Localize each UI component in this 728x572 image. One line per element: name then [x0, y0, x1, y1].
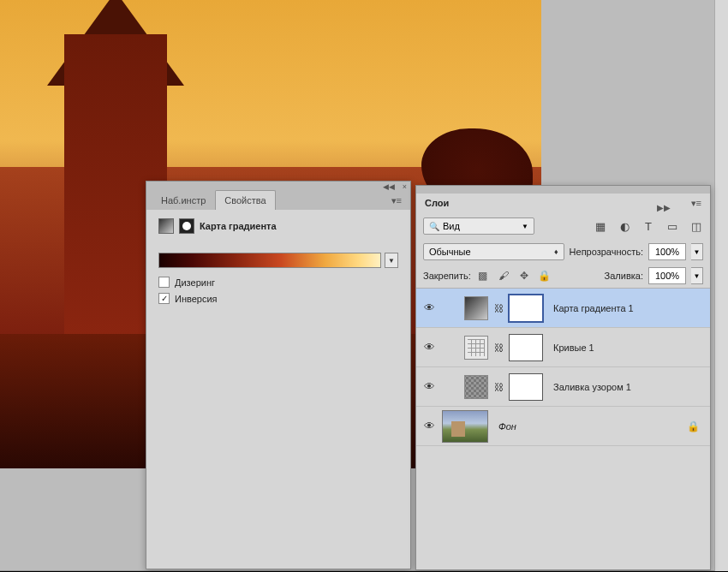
visibility-toggle-icon[interactable]: 👁	[421, 380, 437, 393]
layer-row-background[interactable]: 👁 Фон 🔒	[416, 407, 710, 446]
property-title-row: Карта градиента	[158, 218, 398, 234]
layers-panel: Слои ▶▶ ▾≡ 🔍 Вид ▼ ▦ ◐ T ▭ ◫ Обычные ♦ Н…	[415, 185, 711, 570]
properties-panel: ◀◀ × Наб.инстр Свойства ▾≡ Карта градиен…	[146, 181, 411, 569]
filter-adjustment-icon[interactable]: ◐	[618, 219, 631, 233]
adjustment-thumb-pattern[interactable]	[464, 375, 488, 399]
lock-all-icon[interactable]: 🔒	[538, 269, 552, 283]
invert-checkbox[interactable]: ✓	[158, 293, 170, 304]
properties-tabs: Наб.инстр Свойства ▾≡	[146, 189, 410, 210]
lock-pixels-icon[interactable]: 🖌	[497, 269, 510, 283]
layer-row-pattern-fill[interactable]: 👁 ⛓ Заливка узором 1	[416, 367, 710, 407]
gradient-dropdown-icon[interactable]: ▼	[385, 253, 398, 268]
layer-name[interactable]: Карта градиента 1	[553, 303, 634, 313]
layer-name[interactable]: Заливка узором 1	[553, 382, 631, 392]
filter-type-icon[interactable]: T	[641, 219, 655, 233]
blend-opacity-row: Обычные ♦ Непрозрачность: 100% ▼	[416, 240, 710, 264]
visibility-toggle-icon[interactable]: 👁	[421, 420, 437, 432]
fill-dropdown-icon[interactable]: ▼	[691, 267, 703, 284]
tab-tool-presets[interactable]: Наб.инстр	[152, 190, 215, 210]
panel-collapse-icon[interactable]: ▶▶	[657, 203, 671, 212]
dithering-label: Дизеринг	[175, 277, 215, 288]
link-icon[interactable]: ⛓	[493, 382, 504, 392]
panel-close-icon[interactable]: ×	[403, 182, 407, 191]
opacity-field[interactable]: 100%	[648, 243, 686, 260]
link-icon[interactable]: ⛓	[493, 343, 504, 353]
fill-field[interactable]: 100%	[648, 267, 686, 284]
filter-pixel-icon[interactable]: ▦	[594, 219, 607, 233]
filter-kind-label: Вид	[443, 221, 460, 231]
filter-smart-icon[interactable]: ◫	[689, 219, 703, 233]
layer-name[interactable]: Фон	[498, 421, 516, 432]
layer-row-curves[interactable]: 👁 ⛓ Кривые 1	[416, 328, 710, 367]
invert-label: Инверсия	[175, 294, 218, 304]
gradient-map-icon[interactable]	[158, 218, 174, 234]
layer-mask-thumb[interactable]	[509, 373, 543, 401]
dithering-row: Дизеринг	[158, 277, 398, 288]
panel-collapse-icon[interactable]: ◀◀	[383, 182, 395, 191]
visibility-toggle-icon[interactable]: 👁	[421, 301, 437, 314]
tab-properties[interactable]: Свойства	[215, 190, 275, 210]
lock-fill-row: Закрепить: ▩ 🖌 ✥ 🔒 Заливка: 100% ▼	[416, 264, 710, 288]
blend-mode-select[interactable]: Обычные ♦	[423, 243, 564, 260]
gradient-picker-row: ▼	[158, 253, 398, 268]
opacity-dropdown-icon[interactable]: ▼	[691, 243, 703, 260]
blend-mode-value: Обычные	[429, 247, 471, 257]
gradient-preview[interactable]	[158, 253, 381, 268]
fill-label: Заливка:	[605, 271, 643, 281]
layer-filter-bar: 🔍 Вид ▼ ▦ ◐ T ▭ ◫	[416, 212, 710, 240]
properties-body: Карта градиента ▼ Дизеринг ✓ Инверсия	[146, 210, 410, 318]
visibility-toggle-icon[interactable]: 👁	[421, 341, 437, 354]
tab-layers[interactable]: Слои	[416, 194, 457, 212]
adjustment-thumb-gradient[interactable]	[464, 296, 488, 320]
lock-label: Закрепить:	[423, 271, 471, 281]
lock-icons: ▩ 🖌 ✥ 🔒	[476, 269, 552, 283]
property-title: Карта градиента	[200, 221, 277, 231]
filter-shape-icon[interactable]: ▭	[665, 219, 679, 233]
layer-thumb-background[interactable]	[442, 410, 488, 443]
layer-mask-thumb[interactable]	[509, 334, 543, 361]
lock-icon: 🔒	[687, 420, 700, 432]
layer-mask-icon[interactable]	[179, 218, 194, 234]
layers-tabs: Слои ▶▶ ▾≡	[416, 194, 710, 212]
filter-kind-select[interactable]: 🔍 Вид ▼	[423, 217, 534, 235]
opacity-label: Непрозрачность:	[570, 247, 643, 257]
updown-icon: ♦	[554, 247, 558, 256]
filter-icons: ▦ ◐ T ▭ ◫	[594, 219, 703, 233]
panel-menu-icon[interactable]: ▾≡	[388, 192, 405, 210]
lock-transparent-icon[interactable]: ▩	[476, 269, 490, 283]
adjustment-thumb-curves[interactable]	[464, 336, 488, 360]
vertical-scrollbar[interactable]	[714, 0, 728, 571]
layer-name[interactable]: Кривые 1	[553, 343, 594, 353]
dithering-checkbox[interactable]	[158, 277, 170, 288]
panel-menu-icon[interactable]: ▾≡	[688, 194, 705, 212]
layer-mask-thumb[interactable]	[509, 295, 543, 322]
link-icon[interactable]: ⛓	[493, 303, 504, 313]
lock-position-icon[interactable]: ✥	[517, 269, 531, 283]
panel-drag-handle[interactable]: ◀◀ ×	[146, 182, 410, 189]
layer-row-gradient-map[interactable]: 👁 ⛓ Карта градиента 1	[416, 289, 710, 328]
layer-list: 👁 ⛓ Карта градиента 1 👁 ⛓ Кривые 1 👁 ⛓ З…	[416, 288, 710, 446]
panel-drag-handle[interactable]	[416, 186, 710, 194]
invert-row: ✓ Инверсия	[158, 293, 398, 304]
chevron-down-icon: ▼	[522, 223, 528, 230]
search-icon: 🔍	[429, 222, 439, 231]
